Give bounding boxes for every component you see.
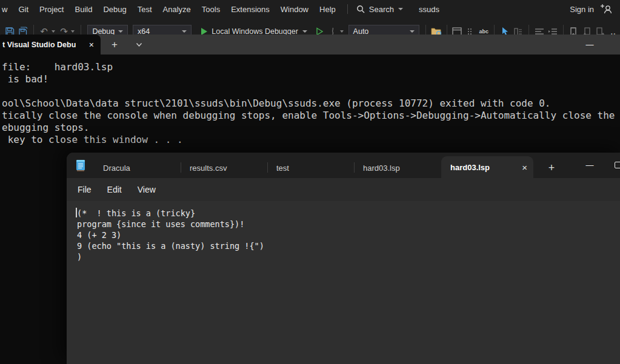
menu-view-partial[interactable]: w: [0, 5, 13, 14]
profiler-dropdown[interactable]: [340, 30, 344, 33]
editor-line: ): [77, 251, 620, 262]
console-line: file: hard03.lsp: [2, 61, 620, 73]
console-line: is bad!: [2, 73, 620, 85]
search-box[interactable]: Search: [354, 5, 405, 14]
console-line: tically close the console when debugging…: [2, 110, 620, 122]
console-line: ebugging stops.: [2, 122, 620, 134]
notepad-glyph: [75, 159, 87, 172]
tab-label: Dracula: [103, 164, 130, 173]
tab-label: test: [276, 164, 289, 173]
tab-label: results.csv: [190, 164, 227, 173]
notepad-window: Dracula results.csv test hard03.lsp hard…: [67, 153, 620, 364]
close-icon[interactable]: ×: [84, 40, 94, 50]
new-tab-button[interactable]: +: [541, 157, 562, 178]
sign-in-link[interactable]: Sign in: [570, 5, 594, 14]
solution-name: ssuds: [419, 5, 439, 14]
close-icon[interactable]: ×: [522, 162, 527, 173]
menu-tools[interactable]: Tools: [196, 5, 225, 14]
console-line: [2, 85, 620, 98]
screen: w Git Project Build Debug Test Analyze T…: [0, 0, 620, 364]
chevron-down-icon: [398, 8, 403, 10]
text-caret: [76, 208, 77, 217]
menu-analyze[interactable]: Analyze: [158, 5, 196, 14]
menu-git[interactable]: Git: [13, 5, 34, 14]
menu-debug[interactable]: Debug: [98, 5, 132, 14]
notepad-tab-bar: Dracula results.csv test hard03.lsp hard…: [67, 153, 620, 178]
undo-dropdown[interactable]: [52, 30, 55, 33]
tab-hard03-lsp-active[interactable]: hard03.lsp ×: [441, 156, 533, 178]
notepad-menu-bar: File Edit View: [67, 178, 620, 201]
divider: [347, 4, 348, 14]
editor-line: program {since it uses comments})!: [77, 219, 620, 230]
tab-dracula[interactable]: Dracula: [95, 157, 181, 178]
menu-test[interactable]: Test: [132, 5, 158, 14]
menu-project[interactable]: Project: [34, 5, 69, 14]
tab-test[interactable]: test: [268, 157, 355, 178]
minimize-button[interactable]: —: [575, 35, 604, 55]
redo-dropdown[interactable]: [71, 30, 75, 33]
menu-extensions[interactable]: Extensions: [225, 5, 275, 14]
console-line: ool\School\Data\data struct\2101\ssuds\b…: [2, 98, 620, 110]
menu-help[interactable]: Help: [314, 5, 341, 14]
maximize-icon: [615, 162, 620, 168]
editor-line: 4 (+ 2 3): [77, 230, 620, 240]
notepad-editor[interactable]: (* ! this is a (tricky} program {since i…: [67, 201, 620, 364]
tab-results-csv[interactable]: results.csv: [181, 157, 268, 178]
console-tab-title: t Visual Studio Debu: [2, 41, 76, 49]
editor-line: 9 (echo "this is a (nasty) string !{"): [77, 240, 620, 251]
editor-line: (* ! this is a (tricky}: [77, 208, 620, 219]
search-label: Search: [369, 5, 394, 14]
chevron-down-icon: [136, 42, 142, 47]
minimize-button[interactable]: —: [577, 153, 602, 177]
vs-menu-bar: w Git Project Build Debug Test Analyze T…: [0, 0, 620, 18]
menu-window[interactable]: Window: [275, 5, 314, 14]
tab-label: hard03.lsp: [363, 164, 400, 173]
menu-file[interactable]: File: [70, 185, 99, 194]
console-output[interactable]: file: hard03.lsp is bad! ool\School\Data…: [0, 55, 620, 146]
tab-label: hard03.lsp: [450, 163, 490, 172]
chevron-down-icon: [182, 30, 187, 33]
search-icon: [356, 5, 365, 13]
menu-view[interactable]: View: [130, 185, 164, 194]
chevron-down-icon: [302, 30, 307, 33]
console-tab[interactable]: t Visual Studio Debu ×: [0, 35, 101, 55]
chevron-down-icon: [410, 30, 415, 33]
notepad-app-icon: [67, 153, 95, 178]
console-line: key to close this window . . .: [2, 134, 620, 146]
maximize-button[interactable]: [605, 153, 620, 177]
menu-edit[interactable]: Edit: [99, 185, 130, 194]
titlebar-right: Sign in: [570, 4, 620, 15]
new-tab-button[interactable]: +: [101, 35, 128, 55]
chevron-down-icon: [118, 30, 123, 33]
tab-dropdown-button[interactable]: [128, 35, 149, 55]
console-tab-bar: t Visual Studio Debu × + —: [0, 35, 620, 55]
tab-hard03-lsp[interactable]: hard03.lsp: [355, 157, 441, 178]
menu-build[interactable]: Build: [69, 5, 98, 14]
add-account-icon[interactable]: [601, 4, 613, 15]
